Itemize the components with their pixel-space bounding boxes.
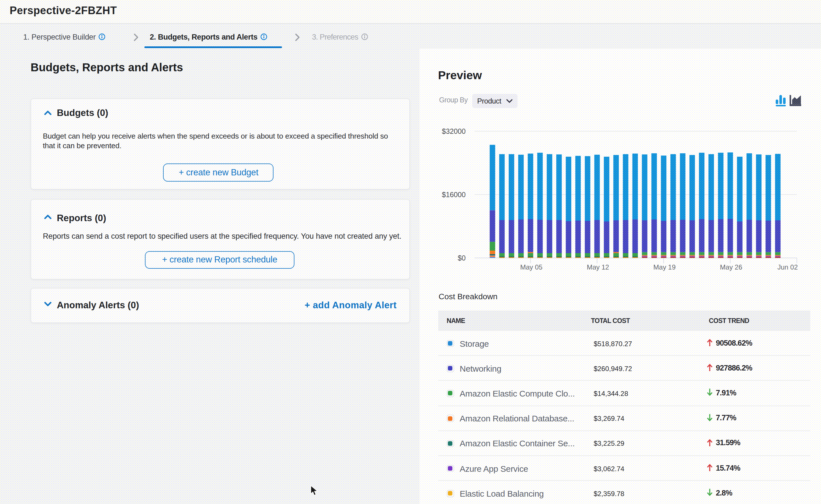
svg-text:$32000: $32000 (442, 127, 466, 135)
svg-text:$16000: $16000 (442, 191, 466, 199)
svg-text:May 05: May 05 (520, 263, 542, 271)
svg-text:May 19: May 19 (654, 263, 676, 271)
svg-text:$0: $0 (458, 254, 466, 262)
svg-text:May 12: May 12 (587, 263, 609, 271)
svg-text:Jun 02: Jun 02 (777, 263, 798, 271)
svg-text:May 26: May 26 (720, 263, 742, 271)
